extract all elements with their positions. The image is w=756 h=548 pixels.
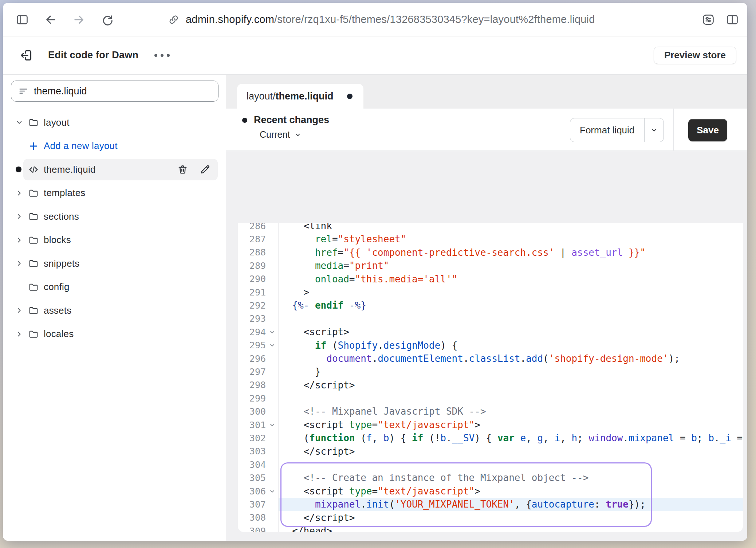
- line-number: 290: [238, 274, 266, 284]
- code-text[interactable]: {%- endif -%}: [279, 299, 743, 312]
- sidebar-item-assets[interactable]: assets: [3, 299, 226, 322]
- code-text[interactable]: <script>: [279, 325, 743, 338]
- sidebar-item-snippets[interactable]: snippets: [3, 252, 226, 275]
- address-bar[interactable]: admin.shopify.com/store/rzq1xu-f5/themes…: [168, 3, 595, 36]
- tab-layout-theme-liquid[interactable]: layout/theme.liquid: [237, 84, 363, 109]
- code-text[interactable]: href="{{ 'component-predictive-search.cs…: [279, 246, 743, 259]
- url-path: /store/rzq1xu-f5/themes/132683530345?key…: [274, 13, 595, 25]
- code-text[interactable]: </script>: [279, 379, 743, 392]
- code-text[interactable]: [279, 392, 743, 405]
- fold-toggle-icon[interactable]: [266, 422, 278, 428]
- code-text[interactable]: }: [279, 365, 743, 378]
- code-icon: [28, 164, 39, 176]
- code-text[interactable]: [279, 312, 743, 325]
- folder-icon: [28, 305, 39, 316]
- tab-dir-label: layout/: [247, 91, 276, 102]
- line-number: 306: [238, 486, 266, 497]
- sidebar-item-layout[interactable]: layout: [3, 111, 226, 134]
- save-button[interactable]: Save: [688, 119, 727, 141]
- line-gutter: 296: [238, 352, 279, 365]
- sidebar-item-sections[interactable]: sections: [3, 205, 226, 228]
- browser-split-view-icon[interactable]: [725, 13, 739, 27]
- chevron-right-icon[interactable]: [15, 236, 24, 244]
- version-selector[interactable]: Current: [260, 129, 329, 140]
- fold-toggle-icon[interactable]: [266, 342, 278, 349]
- code-text[interactable]: <!-- Mixpanel Javascript SDK -->: [279, 405, 743, 418]
- code-text[interactable]: </head>: [279, 524, 743, 532]
- preview-store-button[interactable]: Preview store: [654, 47, 736, 64]
- code-line: 301 <script type="text/javascript">: [238, 418, 743, 431]
- code-text[interactable]: rel="stylesheet": [279, 232, 743, 246]
- back-icon[interactable]: [44, 13, 58, 27]
- chevron-right-icon[interactable]: [15, 212, 24, 220]
- trash-icon[interactable]: [177, 164, 188, 175]
- sidebar-item-add-a-new-layout[interactable]: Add a new layout: [3, 134, 226, 158]
- exit-editor-icon[interactable]: [19, 48, 34, 63]
- code-text[interactable]: <link: [279, 223, 743, 232]
- file-filter-input[interactable]: [34, 86, 212, 97]
- sidebar-item-label: config: [44, 281, 70, 293]
- browser-chrome: admin.shopify.com/store/rzq1xu-f5/themes…: [3, 3, 747, 36]
- chevron-right-icon[interactable]: [15, 306, 24, 314]
- line-gutter: 304: [238, 458, 279, 471]
- line-gutter: 300: [238, 405, 279, 418]
- code-text[interactable]: media="print": [279, 259, 743, 272]
- chevron-down-icon[interactable]: [15, 118, 24, 126]
- sidebar-item-blocks[interactable]: blocks: [3, 228, 226, 252]
- code-text[interactable]: [279, 458, 743, 471]
- code-text[interactable]: <script type="text/javascript">: [279, 418, 743, 431]
- code-text[interactable]: </script>: [279, 511, 743, 524]
- line-number: 292: [238, 300, 266, 311]
- recent-changes-title: Recent changes: [254, 114, 329, 126]
- fold-toggle-icon[interactable]: [266, 329, 278, 336]
- code-line: 308 </script>: [238, 511, 743, 524]
- sidebar-item-label: blocks: [44, 234, 71, 246]
- filter-icon: [18, 86, 29, 97]
- line-number: 302: [238, 433, 266, 443]
- desktop: { "browser": { "url_domain": "admin.shop…: [0, 0, 756, 548]
- line-gutter: 309: [238, 524, 279, 532]
- code-text[interactable]: if (Shopify.designMode) {: [279, 339, 743, 352]
- sidebar-item-theme-liquid[interactable]: theme.liquid: [3, 158, 226, 181]
- code-text[interactable]: (function (f, b) { if (!b.__SV) { var e,…: [279, 431, 743, 445]
- line-gutter: 307: [238, 498, 279, 511]
- line-gutter: 295: [238, 339, 279, 352]
- line-gutter: 286: [238, 223, 279, 232]
- reload-icon[interactable]: [101, 13, 114, 27]
- line-gutter: 287: [238, 232, 279, 246]
- code-text[interactable]: onload="this.media='all'": [279, 273, 743, 286]
- chevron-right-icon[interactable]: [15, 259, 24, 267]
- line-gutter: 292: [238, 299, 279, 312]
- sidebar-item-label: Add a new layout: [44, 140, 118, 152]
- format-liquid-button[interactable]: Format liquid: [570, 118, 664, 142]
- sidebar-item-locales[interactable]: locales: [3, 322, 226, 346]
- line-gutter: 288: [238, 246, 279, 259]
- fold-toggle-icon[interactable]: [266, 488, 278, 495]
- code-text[interactable]: <script type="text/javascript">: [279, 485, 743, 498]
- sidebar-item-label: sections: [44, 211, 79, 222]
- tab-file-label: theme.liquid: [276, 91, 334, 102]
- browser-sidebar-toggle-icon[interactable]: [15, 13, 29, 27]
- sidebar-item-templates[interactable]: templates: [3, 181, 226, 205]
- chevron-down-icon: [650, 126, 658, 134]
- chevron-right-icon[interactable]: [15, 189, 24, 197]
- sidebar-item-label: layout: [44, 117, 70, 128]
- code-text[interactable]: >: [279, 286, 743, 299]
- link-icon: [168, 13, 180, 26]
- code-line: 291 >: [238, 286, 743, 299]
- browser-tune-icon[interactable]: [701, 13, 715, 27]
- code-line: 306 <script type="text/javascript">: [238, 485, 743, 498]
- forward-icon[interactable]: [72, 13, 86, 27]
- chevron-right-icon[interactable]: [15, 330, 24, 338]
- format-liquid-dropdown[interactable]: [645, 118, 664, 142]
- code-text[interactable]: <!-- Create an instance of the Mixpanel …: [279, 471, 743, 484]
- url-text: admin.shopify.com/store/rzq1xu-f5/themes…: [186, 13, 595, 26]
- code-line: 304: [238, 458, 743, 471]
- more-actions-icon[interactable]: [154, 54, 170, 57]
- sidebar-item-config[interactable]: config: [3, 275, 226, 299]
- pencil-icon[interactable]: [199, 164, 210, 175]
- code-text[interactable]: document.documentElement.classList.add('…: [279, 352, 743, 365]
- line-number: 294: [238, 327, 266, 337]
- code-text-highlighted[interactable]: mixpanel.init('YOUR_MIXPANEL_TOKEN', {au…: [279, 498, 743, 511]
- code-text[interactable]: </script>: [279, 445, 743, 458]
